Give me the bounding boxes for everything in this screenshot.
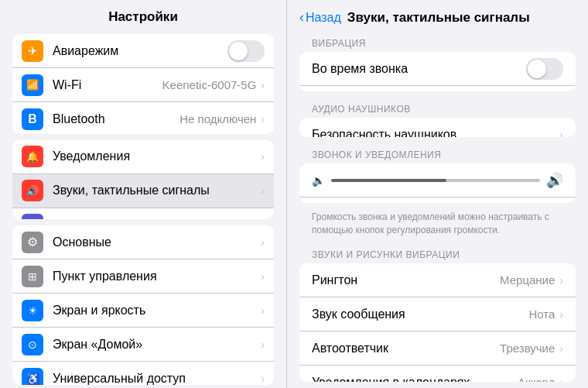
section-label-headphone: АУДИО НАУШНИКОВ — [287, 98, 588, 118]
ringtone-value: Мерцание — [500, 273, 555, 287]
ringtone-label: Рингтон — [312, 273, 500, 287]
calendar-label: Уведомления в календарях — [312, 376, 518, 382]
wifi-label: Wi-Fi — [53, 78, 162, 92]
accessibility-chevron: › — [261, 373, 265, 385]
settings-group-connectivity: ✈ Авиарежим 📶 Wi-Fi Keenetic-6007-5G › B… — [12, 34, 274, 134]
right-row-ring-vibrate[interactable]: Во время звонка — [299, 52, 576, 86]
right-row-text-tone[interactable]: Звук сообщения Нота › — [299, 297, 576, 331]
right-row-calendar[interactable]: Уведомления в календарях Аккорд › — [299, 366, 576, 382]
focus-icon: 🌙 — [22, 214, 43, 219]
text-tone-value: Нота — [528, 307, 555, 321]
sidebar-item-display[interactable]: ☀ Экран и яркость › — [12, 294, 274, 328]
right-row-silent-vibrate[interactable]: В бесшумном режиме — [299, 86, 576, 91]
back-label: Назад — [306, 11, 341, 25]
headphone-safety-chevron: › — [559, 129, 563, 137]
sidebar-item-bluetooth[interactable]: B Bluetooth Не подключен › — [12, 102, 274, 134]
airplane-icon: ✈ — [22, 40, 43, 62]
controlcenter-chevron: › — [261, 270, 265, 283]
right-group-sounds-patterns: Рингтон Мерцание › Звук сообщения Нота ›… — [299, 263, 576, 382]
bluetooth-label: Bluetooth — [53, 112, 179, 126]
home-label: Экран «Домой» — [53, 338, 259, 352]
sidebar-item-sounds[interactable]: 🔊 Звуки, тактильные сигналы › — [12, 174, 274, 208]
sidebar-item-controlcenter[interactable]: ⊞ Пункт управления › — [12, 259, 274, 294]
sidebar-item-notifications[interactable]: 🔔 Уведомления › — [12, 140, 274, 174]
airplane-label: Авиарежим — [53, 44, 221, 58]
general-icon: ⚙ — [22, 232, 43, 253]
wifi-chevron: › — [261, 79, 265, 91]
ring-vibrate-label: Во время звонка — [312, 62, 520, 76]
sounds-icon: 🔊 — [22, 180, 43, 201]
display-chevron: › — [261, 304, 265, 317]
bluetooth-value: Не подключен — [179, 112, 256, 125]
bluetooth-icon: B — [22, 108, 43, 130]
accessibility-icon: ♿ — [22, 368, 43, 385]
controlcenter-label: Пункт управления — [53, 270, 259, 283]
calendar-chevron: › — [559, 376, 563, 382]
right-panel: ‹ Назад Звуки, тактильные сигналы ВИБРАЦ… — [287, 0, 588, 388]
section-label-ringtone-alerts: ЗВОНОК И УВЕДОМЛЕНИЯ — [287, 143, 588, 163]
volume-high-icon: 🔊 — [546, 172, 563, 189]
sidebar-item-accessibility[interactable]: ♿ Универсальный доступ › — [12, 362, 274, 385]
right-group-vibration: Во время звонка В бесшумном режиме — [299, 52, 576, 91]
wifi-icon: 📶 — [22, 74, 43, 96]
answering-chevron: › — [559, 342, 563, 355]
general-chevron: › — [261, 236, 265, 249]
volume-slider[interactable] — [331, 179, 540, 182]
display-label: Экран и яркость — [53, 304, 259, 318]
calendar-value: Аккорд — [518, 376, 555, 382]
right-row-answering[interactable]: Автоответчик Трезвучие › — [299, 331, 576, 366]
right-row-change-buttons[interactable]: Изменение кнопками — [299, 197, 576, 203]
right-group-volume: 🔈 🔊 Изменение кнопками — [299, 163, 576, 203]
bluetooth-chevron: › — [261, 113, 265, 125]
section-label-sounds-patterns: ЗВУКИ И РИСУНКИ ВИБРАЦИИ — [287, 243, 588, 263]
display-icon: ☀ — [22, 300, 43, 321]
ringtone-chevron: › — [559, 274, 563, 287]
volume-slider-row[interactable]: 🔈 🔊 — [299, 163, 576, 197]
answering-value: Трезвучие — [500, 342, 555, 355]
left-panel: Настройки ✈ Авиарежим 📶 Wi-Fi Keenetic-6… — [0, 0, 286, 388]
right-row-ringtone[interactable]: Рингтон Мерцание › — [299, 263, 576, 297]
controlcenter-icon: ⊞ — [22, 266, 43, 287]
sidebar-item-wifi[interactable]: 📶 Wi-Fi Keenetic-6007-5G › — [12, 68, 274, 102]
right-group-headphone: Безопасность наушников › — [299, 118, 576, 137]
settings-group-notifications: 🔔 Уведомления › 🔊 Звуки, тактильные сигн… — [12, 140, 274, 220]
sidebar-item-general[interactable]: ⚙ Основные › — [12, 225, 274, 259]
sounds-chevron: › — [261, 184, 265, 197]
notifications-label: Уведомления — [53, 149, 259, 163]
general-label: Основные — [53, 235, 259, 249]
home-chevron: › — [261, 338, 265, 351]
slider-fill — [331, 179, 446, 182]
back-chevron-icon: ‹ — [299, 9, 304, 26]
sidebar-item-home[interactable]: ⊙ Экран «Домой» › — [12, 328, 274, 362]
sidebar-item-airplane[interactable]: ✈ Авиарежим — [12, 34, 274, 68]
right-row-headphone-safety[interactable]: Безопасность наушников › — [299, 118, 576, 137]
focus-label: Фокусирование — [53, 218, 259, 219]
left-panel-title: Настройки — [0, 0, 286, 31]
right-panel-title: Звуки, тактильные сигналы — [347, 10, 530, 26]
section-label-vibration: ВИБРАЦИЯ — [287, 32, 588, 52]
sidebar-item-focus[interactable]: 🌙 Фокусирование › — [12, 208, 274, 220]
volume-low-icon: 🔈 — [312, 174, 325, 187]
notifications-chevron: › — [261, 150, 265, 163]
back-button[interactable]: ‹ Назад — [299, 9, 341, 26]
headphone-safety-label: Безопасность наушников — [312, 128, 558, 137]
ring-vibrate-toggle[interactable] — [526, 58, 563, 80]
text-tone-label: Звук сообщения — [312, 307, 528, 321]
notifications-icon: 🔔 — [22, 146, 43, 167]
airplane-toggle[interactable] — [227, 40, 265, 62]
sounds-label: Звуки, тактильные сигналы — [53, 184, 259, 197]
home-icon: ⊙ — [22, 334, 43, 355]
settings-group-system: ⚙ Основные › ⊞ Пункт управления › ☀ Экра… — [12, 225, 274, 385]
text-tone-chevron: › — [559, 308, 563, 321]
right-header: ‹ Назад Звуки, тактильные сигналы — [287, 0, 588, 32]
answering-label: Автоответчик — [312, 342, 500, 355]
focus-chevron: › — [261, 218, 265, 219]
change-buttons-note: Громкость звонка и уведомлений можно нас… — [287, 209, 588, 243]
accessibility-label: Универсальный доступ — [53, 372, 259, 385]
wifi-value: Keenetic-6007-5G — [162, 78, 257, 91]
